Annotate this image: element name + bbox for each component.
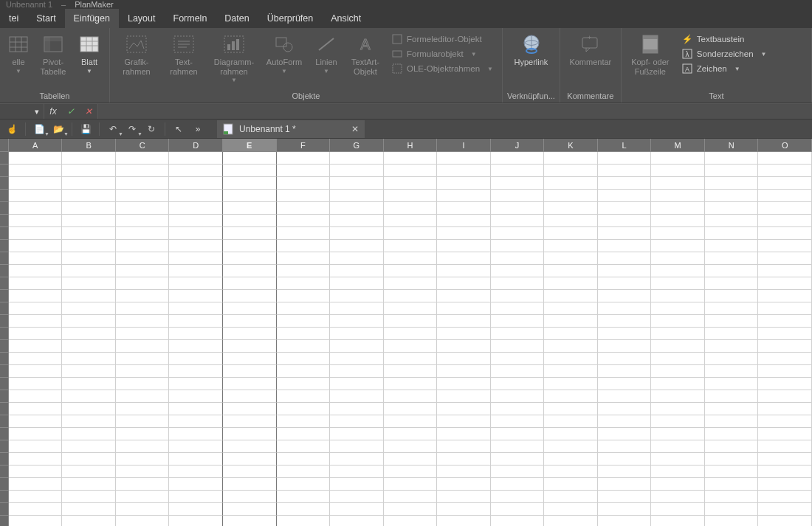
cell[interactable] [169,491,223,503]
row-header[interactable] [0,227,9,240]
cell[interactable] [62,277,116,290]
undo-button[interactable]: ↶▼ [106,122,120,136]
cell[interactable] [277,177,331,190]
row-header[interactable] [0,340,9,353]
cell[interactable] [9,252,63,265]
cell[interactable] [169,365,223,378]
column-header-L[interactable]: L [598,139,652,152]
cell[interactable] [598,202,652,215]
cell[interactable] [277,478,331,491]
cell[interactable] [169,440,223,453]
cell[interactable] [544,428,598,440]
cell[interactable] [598,503,652,516]
cell[interactable] [9,415,63,428]
row-header[interactable] [0,202,9,215]
cell[interactable] [651,177,705,190]
document-tab[interactable]: Unbenannt 1 * ✕ [217,120,365,138]
autoform-button[interactable]: AutoForm▼ [262,31,306,77]
cell[interactable] [9,390,63,403]
cell[interactable] [491,428,545,440]
cell[interactable] [116,466,170,478]
textbaustein-button[interactable]: ⚡ Textbaustein [678,32,771,46]
cell[interactable] [705,415,759,428]
cell[interactable] [758,190,812,202]
cell[interactable] [330,215,384,227]
cell[interactable] [330,177,384,190]
cell[interactable] [758,516,812,526]
cell[interactable] [62,315,116,328]
cell[interactable] [62,390,116,403]
cell[interactable] [223,478,277,491]
textrahmen-button[interactable]: Text- rahmen [162,31,206,77]
cell[interactable] [544,503,598,516]
kommentar-button[interactable]: + Kommentar [565,31,616,77]
cell[interactable] [9,165,63,177]
cell[interactable] [705,390,759,403]
cell[interactable] [598,428,652,440]
cell[interactable] [116,252,170,265]
cell[interactable] [758,428,812,440]
cell[interactable] [758,478,812,491]
cell[interactable] [758,390,812,403]
cell[interactable] [705,328,759,340]
spreadsheet-area[interactable]: ABCDEFGHIJKLMNO [0,139,812,526]
cell[interactable] [116,265,170,277]
cell[interactable] [705,165,759,177]
cell[interactable] [598,365,652,378]
cell[interactable] [116,340,170,353]
cell[interactable] [705,240,759,252]
cell[interactable] [544,240,598,252]
cell[interactable] [277,390,331,403]
cell[interactable] [277,403,331,415]
cell[interactable] [223,165,277,177]
cell[interactable] [384,478,438,491]
cell[interactable] [598,152,652,165]
cell[interactable] [544,252,598,265]
cell[interactable] [651,227,705,240]
cell[interactable] [651,516,705,526]
cell[interactable] [169,328,223,340]
cell[interactable] [169,466,223,478]
cell[interactable] [598,378,652,390]
cell[interactable] [116,365,170,378]
cell[interactable] [277,240,331,252]
menu-ansicht[interactable]: Ansicht [322,9,370,28]
formula-accept-button[interactable]: ✓ [62,104,80,119]
cell[interactable] [705,340,759,353]
cell[interactable] [705,403,759,415]
cell[interactable] [384,165,438,177]
linien-button[interactable]: Linien▼ [309,31,343,77]
cell[interactable] [62,491,116,503]
cell[interactable] [62,340,116,353]
cell[interactable] [544,328,598,340]
cell[interactable] [437,277,491,290]
touch-mode-button[interactable]: ☝ [4,122,19,136]
redo-button[interactable]: ↷▼ [125,122,140,136]
cell[interactable] [384,466,438,478]
cell[interactable] [223,440,277,453]
cell[interactable] [116,202,170,215]
cell[interactable] [169,478,223,491]
cell[interactable] [169,302,223,315]
cell[interactable] [116,428,170,440]
cell[interactable] [651,428,705,440]
cell[interactable] [437,428,491,440]
cell[interactable] [384,252,438,265]
cell[interactable] [544,302,598,315]
cell[interactable] [116,190,170,202]
cell[interactable] [651,252,705,265]
cell[interactable] [651,440,705,453]
cell[interactable] [544,340,598,353]
cell[interactable] [277,202,331,215]
cell[interactable] [491,478,545,491]
cell[interactable] [651,302,705,315]
cell[interactable] [9,440,63,453]
cell[interactable] [62,478,116,491]
cell[interactable] [384,503,438,516]
cell[interactable] [62,453,116,466]
cell[interactable] [758,466,812,478]
cell[interactable] [223,516,277,526]
cell[interactable] [651,328,705,340]
cell[interactable] [758,365,812,378]
cell[interactable] [223,428,277,440]
